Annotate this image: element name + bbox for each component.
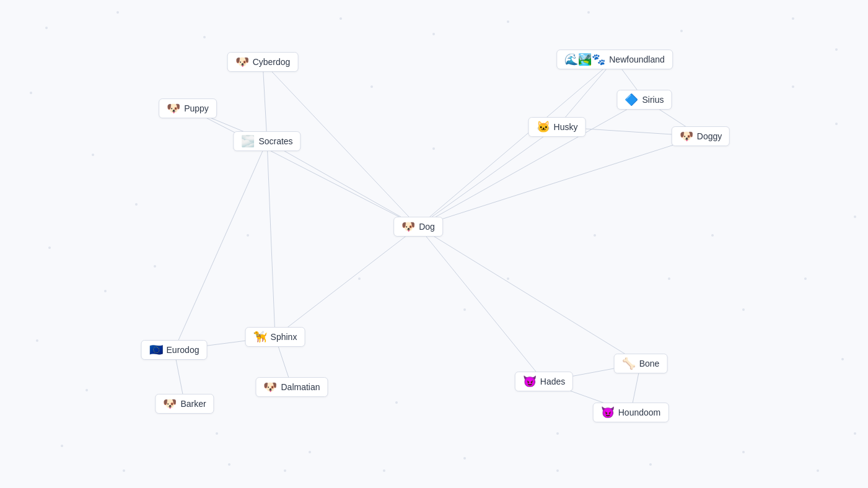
node-dog[interactable]: 🐶Dog — [393, 217, 443, 237]
node-label-dalmatian: Dalmatian — [281, 382, 320, 392]
node-label-socrates: Socrates — [258, 136, 292, 146]
node-houndoom[interactable]: 😈Houndoom — [593, 403, 669, 422]
node-icon-puppy: 🐶 — [167, 103, 180, 114]
svg-point-18 — [123, 469, 125, 472]
svg-point-39 — [594, 234, 596, 237]
svg-point-45 — [284, 469, 286, 472]
node-sirius[interactable]: 🔷Sirius — [616, 90, 672, 110]
svg-point-43 — [154, 265, 156, 268]
svg-point-14 — [104, 290, 107, 292]
node-icon-sirius: 🔷 — [625, 94, 638, 105]
svg-line-51 — [263, 62, 267, 141]
node-icon-newfoundland: 🌊🏞️🐾 — [564, 54, 605, 65]
node-label-barker: Barker — [180, 399, 206, 409]
svg-point-12 — [135, 203, 138, 206]
node-bone[interactable]: 🦴Bone — [614, 354, 668, 373]
node-icon-socrates: 🌫️ — [241, 136, 255, 147]
svg-line-60 — [418, 227, 641, 364]
node-label-puppy: Puppy — [184, 103, 209, 113]
node-husky[interactable]: 🐱Husky — [528, 117, 586, 137]
node-cyberdog[interactable]: 🐶Cyberdog — [227, 52, 299, 72]
svg-point-34 — [432, 147, 435, 150]
node-doggy[interactable]: 🐶Doggy — [672, 126, 730, 146]
node-socrates[interactable]: 🌫️Socrates — [233, 131, 300, 151]
svg-point-28 — [841, 358, 844, 360]
node-hades[interactable]: 😈Hades — [515, 372, 573, 391]
svg-point-17 — [61, 445, 63, 447]
edges-layer — [0, 0, 868, 488]
svg-point-40 — [711, 234, 714, 237]
svg-point-8 — [792, 17, 794, 20]
node-label-newfoundland: Newfoundland — [609, 54, 665, 64]
svg-point-32 — [792, 85, 794, 88]
node-dalmatian[interactable]: 🐶Dalmatian — [255, 377, 328, 397]
node-icon-barker: 🐶 — [163, 398, 177, 409]
svg-point-9 — [835, 48, 838, 51]
node-label-houndoom: Houndoom — [618, 407, 661, 417]
node-icon-dalmatian: 🐶 — [263, 381, 277, 393]
svg-point-35 — [358, 277, 361, 280]
svg-line-53 — [267, 141, 275, 337]
svg-point-26 — [817, 469, 819, 472]
svg-point-30 — [854, 216, 856, 218]
svg-line-57 — [418, 127, 557, 227]
svg-point-27 — [854, 432, 856, 435]
node-icon-cyberdog: 🐶 — [235, 56, 249, 68]
node-icon-doggy: 🐶 — [680, 131, 693, 142]
svg-point-46 — [668, 277, 670, 280]
node-barker[interactable]: 🐶Barker — [155, 394, 214, 414]
node-label-husky: Husky — [554, 122, 578, 132]
svg-point-20 — [309, 451, 311, 453]
svg-point-6 — [587, 11, 590, 14]
svg-point-19 — [228, 463, 230, 466]
svg-point-13 — [48, 246, 51, 249]
node-icon-sphinx: 🦮 — [253, 331, 267, 342]
svg-line-58 — [418, 136, 701, 227]
node-puppy[interactable]: 🐶Puppy — [159, 98, 217, 118]
node-icon-dog: 🐶 — [401, 221, 415, 232]
svg-point-44 — [216, 432, 218, 435]
node-icon-houndoom: 😈 — [601, 407, 615, 418]
node-newfoundland[interactable]: 🌊🏞️🐾Newfoundland — [556, 50, 673, 69]
svg-point-33 — [370, 85, 373, 88]
graph-container: 🐶Cyberdog🐶Puppy🌫️Socrates🐶Dog🌊🏞️🐾Newfoun… — [0, 0, 868, 488]
svg-point-1 — [116, 11, 119, 14]
svg-line-54 — [174, 141, 267, 350]
node-icon-husky: 🐱 — [537, 121, 550, 133]
svg-line-59 — [418, 227, 544, 381]
node-label-cyberdog: Cyberdog — [253, 57, 291, 67]
svg-point-31 — [835, 123, 838, 125]
svg-point-0 — [45, 27, 48, 29]
node-eurodog[interactable]: 🇪🇺Eurodog — [141, 340, 208, 360]
svg-point-15 — [36, 339, 38, 342]
node-icon-eurodog: 🇪🇺 — [149, 344, 163, 355]
svg-point-36 — [463, 308, 466, 311]
svg-point-38 — [507, 277, 509, 280]
svg-line-49 — [188, 108, 418, 227]
svg-point-4 — [432, 33, 435, 35]
node-icon-hades: 😈 — [523, 376, 537, 387]
svg-point-5 — [507, 20, 509, 23]
svg-point-29 — [804, 277, 807, 280]
node-label-bone: Bone — [639, 359, 660, 368]
svg-point-23 — [556, 469, 559, 472]
node-sphinx[interactable]: 🦮Sphinx — [245, 327, 305, 347]
node-label-eurodog: Eurodog — [167, 345, 199, 355]
svg-point-42 — [247, 234, 249, 237]
svg-point-2 — [203, 36, 206, 38]
svg-point-25 — [742, 451, 745, 453]
svg-point-7 — [680, 30, 683, 32]
svg-line-50 — [267, 141, 418, 227]
svg-point-21 — [383, 469, 385, 472]
node-label-doggy: Doggy — [697, 131, 722, 141]
node-label-sirius: Sirius — [642, 95, 664, 105]
svg-point-10 — [30, 92, 32, 94]
svg-point-37 — [395, 401, 398, 404]
node-icon-bone: 🦴 — [622, 358, 636, 369]
node-label-hades: Hades — [540, 377, 565, 386]
node-label-dog: Dog — [419, 222, 435, 232]
svg-line-61 — [275, 227, 418, 337]
svg-point-41 — [742, 308, 745, 311]
node-label-sphinx: Sphinx — [271, 332, 297, 342]
svg-point-3 — [340, 17, 342, 20]
